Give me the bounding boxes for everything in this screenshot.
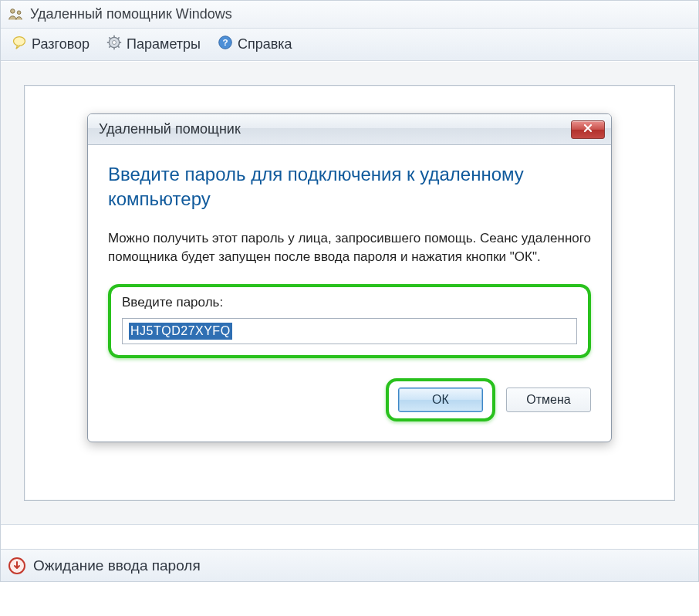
svg-point-2 bbox=[14, 37, 25, 46]
svg-line-11 bbox=[109, 46, 110, 48]
remote-assistance-icon bbox=[7, 6, 24, 23]
password-dialog: Удаленный помощник Введите пароль для по… bbox=[87, 113, 612, 442]
svg-line-10 bbox=[118, 46, 120, 48]
svg-line-12 bbox=[118, 37, 120, 39]
close-icon bbox=[582, 121, 593, 137]
window-title: Удаленный помощник Windows bbox=[30, 6, 232, 22]
svg-point-0 bbox=[11, 8, 15, 13]
download-arrow-icon bbox=[8, 557, 25, 574]
password-input[interactable] bbox=[122, 318, 577, 344]
ok-button[interactable]: ОК bbox=[398, 388, 483, 412]
dialog-description: Можно получить этот пароль у лица, запро… bbox=[108, 229, 591, 267]
toolbar-help[interactable]: ? Справка bbox=[211, 32, 299, 57]
toolbar-chat-label: Разговор bbox=[32, 36, 89, 52]
svg-line-9 bbox=[109, 37, 110, 39]
content-area: Удаленный помощник Введите пароль для по… bbox=[1, 61, 698, 524]
svg-point-1 bbox=[17, 10, 21, 14]
status-gap bbox=[1, 524, 698, 549]
status-text: Ожидание ввода пароля bbox=[33, 557, 201, 574]
window-titlebar: Удаленный помощник Windows bbox=[1, 1, 698, 29]
dialog-titlebar: Удаленный помощник bbox=[88, 114, 611, 145]
toolbar-help-label: Справка bbox=[238, 36, 292, 52]
help-icon: ? bbox=[218, 35, 233, 54]
dialog-body: Введите пароль для подключения к удаленн… bbox=[88, 145, 611, 442]
ok-button-highlight: ОК bbox=[386, 378, 495, 421]
toolbar: Разговор Параметры bbox=[1, 29, 698, 61]
svg-text:?: ? bbox=[222, 37, 228, 47]
svg-point-4 bbox=[113, 41, 117, 45]
dialog-title: Удаленный помощник bbox=[99, 121, 241, 137]
toolbar-settings-label: Параметры bbox=[127, 36, 201, 52]
dialog-heading: Введите пароль для подключения к удаленн… bbox=[108, 162, 591, 212]
chat-bubble-icon bbox=[12, 35, 27, 54]
password-field-highlight: Введите пароль: HJ5TQD27XYFQ bbox=[108, 284, 591, 358]
gear-icon bbox=[106, 35, 122, 54]
remote-assistance-window: Удаленный помощник Windows Разговор bbox=[0, 0, 699, 582]
cancel-button[interactable]: Отмена bbox=[506, 388, 591, 412]
password-label: Введите пароль: bbox=[122, 295, 577, 310]
close-button[interactable] bbox=[571, 120, 605, 139]
dialog-button-row: ОК Отмена bbox=[108, 378, 591, 421]
status-bar: Ожидание ввода пароля bbox=[1, 549, 698, 581]
toolbar-chat[interactable]: Разговор bbox=[5, 32, 96, 57]
toolbar-settings[interactable]: Параметры bbox=[100, 32, 207, 57]
inner-panel: Удаленный помощник Введите пароль для по… bbox=[24, 85, 675, 501]
